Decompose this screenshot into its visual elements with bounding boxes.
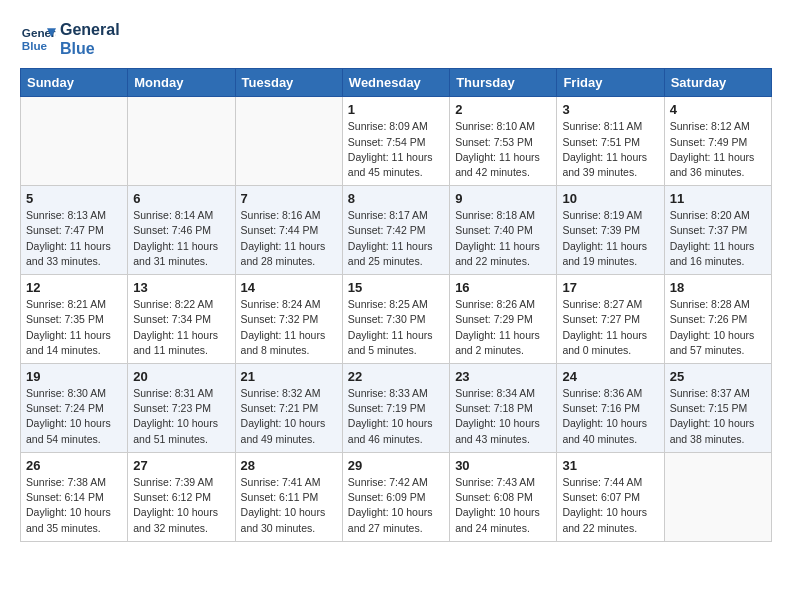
weekday-header-thursday: Thursday <box>450 69 557 97</box>
calendar-cell: 4Sunrise: 8:12 AM Sunset: 7:49 PM Daylig… <box>664 97 771 186</box>
calendar-cell <box>128 97 235 186</box>
day-number: 16 <box>455 280 551 295</box>
day-number: 30 <box>455 458 551 473</box>
day-number: 17 <box>562 280 658 295</box>
day-info: Sunrise: 8:36 AM Sunset: 7:16 PM Dayligh… <box>562 386 658 447</box>
calendar-cell: 9Sunrise: 8:18 AM Sunset: 7:40 PM Daylig… <box>450 186 557 275</box>
day-info: Sunrise: 8:11 AM Sunset: 7:51 PM Dayligh… <box>562 119 658 180</box>
day-number: 29 <box>348 458 444 473</box>
day-number: 18 <box>670 280 766 295</box>
day-info: Sunrise: 8:34 AM Sunset: 7:18 PM Dayligh… <box>455 386 551 447</box>
calendar-cell <box>664 452 771 541</box>
calendar-week-1: 1Sunrise: 8:09 AM Sunset: 7:54 PM Daylig… <box>21 97 772 186</box>
day-number: 5 <box>26 191 122 206</box>
calendar-cell: 8Sunrise: 8:17 AM Sunset: 7:42 PM Daylig… <box>342 186 449 275</box>
day-number: 28 <box>241 458 337 473</box>
day-info: Sunrise: 7:44 AM Sunset: 6:07 PM Dayligh… <box>562 475 658 536</box>
day-info: Sunrise: 8:37 AM Sunset: 7:15 PM Dayligh… <box>670 386 766 447</box>
calendar-cell: 30Sunrise: 7:43 AM Sunset: 6:08 PM Dayli… <box>450 452 557 541</box>
calendar-cell: 21Sunrise: 8:32 AM Sunset: 7:21 PM Dayli… <box>235 364 342 453</box>
calendar-cell: 18Sunrise: 8:28 AM Sunset: 7:26 PM Dayli… <box>664 275 771 364</box>
day-number: 9 <box>455 191 551 206</box>
day-info: Sunrise: 8:12 AM Sunset: 7:49 PM Dayligh… <box>670 119 766 180</box>
weekday-header-saturday: Saturday <box>664 69 771 97</box>
calendar-cell: 10Sunrise: 8:19 AM Sunset: 7:39 PM Dayli… <box>557 186 664 275</box>
calendar-cell: 7Sunrise: 8:16 AM Sunset: 7:44 PM Daylig… <box>235 186 342 275</box>
day-info: Sunrise: 8:18 AM Sunset: 7:40 PM Dayligh… <box>455 208 551 269</box>
calendar-week-2: 5Sunrise: 8:13 AM Sunset: 7:47 PM Daylig… <box>21 186 772 275</box>
day-info: Sunrise: 8:27 AM Sunset: 7:27 PM Dayligh… <box>562 297 658 358</box>
weekday-header-row: SundayMondayTuesdayWednesdayThursdayFrid… <box>21 69 772 97</box>
day-info: Sunrise: 8:20 AM Sunset: 7:37 PM Dayligh… <box>670 208 766 269</box>
day-info: Sunrise: 8:14 AM Sunset: 7:46 PM Dayligh… <box>133 208 229 269</box>
day-number: 27 <box>133 458 229 473</box>
day-info: Sunrise: 8:22 AM Sunset: 7:34 PM Dayligh… <box>133 297 229 358</box>
calendar-cell: 12Sunrise: 8:21 AM Sunset: 7:35 PM Dayli… <box>21 275 128 364</box>
day-number: 8 <box>348 191 444 206</box>
day-info: Sunrise: 7:38 AM Sunset: 6:14 PM Dayligh… <box>26 475 122 536</box>
logo: General Blue General Blue <box>20 20 120 58</box>
day-number: 26 <box>26 458 122 473</box>
logo-subtext: Blue <box>60 39 120 58</box>
calendar-header: SundayMondayTuesdayWednesdayThursdayFrid… <box>21 69 772 97</box>
day-info: Sunrise: 8:25 AM Sunset: 7:30 PM Dayligh… <box>348 297 444 358</box>
day-info: Sunrise: 8:09 AM Sunset: 7:54 PM Dayligh… <box>348 119 444 180</box>
calendar-cell: 11Sunrise: 8:20 AM Sunset: 7:37 PM Dayli… <box>664 186 771 275</box>
calendar-cell: 28Sunrise: 7:41 AM Sunset: 6:11 PM Dayli… <box>235 452 342 541</box>
day-number: 15 <box>348 280 444 295</box>
svg-text:Blue: Blue <box>22 39 48 52</box>
calendar-cell: 5Sunrise: 8:13 AM Sunset: 7:47 PM Daylig… <box>21 186 128 275</box>
day-number: 4 <box>670 102 766 117</box>
day-number: 31 <box>562 458 658 473</box>
day-info: Sunrise: 8:26 AM Sunset: 7:29 PM Dayligh… <box>455 297 551 358</box>
calendar-cell: 2Sunrise: 8:10 AM Sunset: 7:53 PM Daylig… <box>450 97 557 186</box>
page-header: General Blue General Blue <box>20 20 772 58</box>
calendar-cell: 17Sunrise: 8:27 AM Sunset: 7:27 PM Dayli… <box>557 275 664 364</box>
calendar-cell: 15Sunrise: 8:25 AM Sunset: 7:30 PM Dayli… <box>342 275 449 364</box>
day-number: 6 <box>133 191 229 206</box>
calendar-cell: 20Sunrise: 8:31 AM Sunset: 7:23 PM Dayli… <box>128 364 235 453</box>
calendar-week-5: 26Sunrise: 7:38 AM Sunset: 6:14 PM Dayli… <box>21 452 772 541</box>
calendar-cell: 13Sunrise: 8:22 AM Sunset: 7:34 PM Dayli… <box>128 275 235 364</box>
day-number: 3 <box>562 102 658 117</box>
day-number: 21 <box>241 369 337 384</box>
calendar-body: 1Sunrise: 8:09 AM Sunset: 7:54 PM Daylig… <box>21 97 772 541</box>
weekday-header-monday: Monday <box>128 69 235 97</box>
day-number: 24 <box>562 369 658 384</box>
calendar-cell: 29Sunrise: 7:42 AM Sunset: 6:09 PM Dayli… <box>342 452 449 541</box>
day-number: 13 <box>133 280 229 295</box>
calendar-cell: 16Sunrise: 8:26 AM Sunset: 7:29 PM Dayli… <box>450 275 557 364</box>
day-number: 11 <box>670 191 766 206</box>
calendar-cell: 3Sunrise: 8:11 AM Sunset: 7:51 PM Daylig… <box>557 97 664 186</box>
day-info: Sunrise: 8:19 AM Sunset: 7:39 PM Dayligh… <box>562 208 658 269</box>
calendar-cell: 26Sunrise: 7:38 AM Sunset: 6:14 PM Dayli… <box>21 452 128 541</box>
calendar-week-4: 19Sunrise: 8:30 AM Sunset: 7:24 PM Dayli… <box>21 364 772 453</box>
calendar-cell: 6Sunrise: 8:14 AM Sunset: 7:46 PM Daylig… <box>128 186 235 275</box>
calendar-cell: 1Sunrise: 8:09 AM Sunset: 7:54 PM Daylig… <box>342 97 449 186</box>
day-number: 2 <box>455 102 551 117</box>
day-info: Sunrise: 7:41 AM Sunset: 6:11 PM Dayligh… <box>241 475 337 536</box>
day-info: Sunrise: 8:13 AM Sunset: 7:47 PM Dayligh… <box>26 208 122 269</box>
day-info: Sunrise: 8:24 AM Sunset: 7:32 PM Dayligh… <box>241 297 337 358</box>
calendar-cell <box>235 97 342 186</box>
calendar-cell: 22Sunrise: 8:33 AM Sunset: 7:19 PM Dayli… <box>342 364 449 453</box>
calendar-cell: 25Sunrise: 8:37 AM Sunset: 7:15 PM Dayli… <box>664 364 771 453</box>
day-number: 10 <box>562 191 658 206</box>
weekday-header-tuesday: Tuesday <box>235 69 342 97</box>
calendar-cell <box>21 97 128 186</box>
calendar-week-3: 12Sunrise: 8:21 AM Sunset: 7:35 PM Dayli… <box>21 275 772 364</box>
day-info: Sunrise: 8:16 AM Sunset: 7:44 PM Dayligh… <box>241 208 337 269</box>
day-info: Sunrise: 8:17 AM Sunset: 7:42 PM Dayligh… <box>348 208 444 269</box>
day-info: Sunrise: 8:10 AM Sunset: 7:53 PM Dayligh… <box>455 119 551 180</box>
weekday-header-wednesday: Wednesday <box>342 69 449 97</box>
day-info: Sunrise: 7:39 AM Sunset: 6:12 PM Dayligh… <box>133 475 229 536</box>
calendar-cell: 19Sunrise: 8:30 AM Sunset: 7:24 PM Dayli… <box>21 364 128 453</box>
calendar-cell: 27Sunrise: 7:39 AM Sunset: 6:12 PM Dayli… <box>128 452 235 541</box>
weekday-header-sunday: Sunday <box>21 69 128 97</box>
day-number: 22 <box>348 369 444 384</box>
day-number: 20 <box>133 369 229 384</box>
calendar-cell: 24Sunrise: 8:36 AM Sunset: 7:16 PM Dayli… <box>557 364 664 453</box>
day-info: Sunrise: 8:21 AM Sunset: 7:35 PM Dayligh… <box>26 297 122 358</box>
day-info: Sunrise: 8:28 AM Sunset: 7:26 PM Dayligh… <box>670 297 766 358</box>
day-number: 25 <box>670 369 766 384</box>
